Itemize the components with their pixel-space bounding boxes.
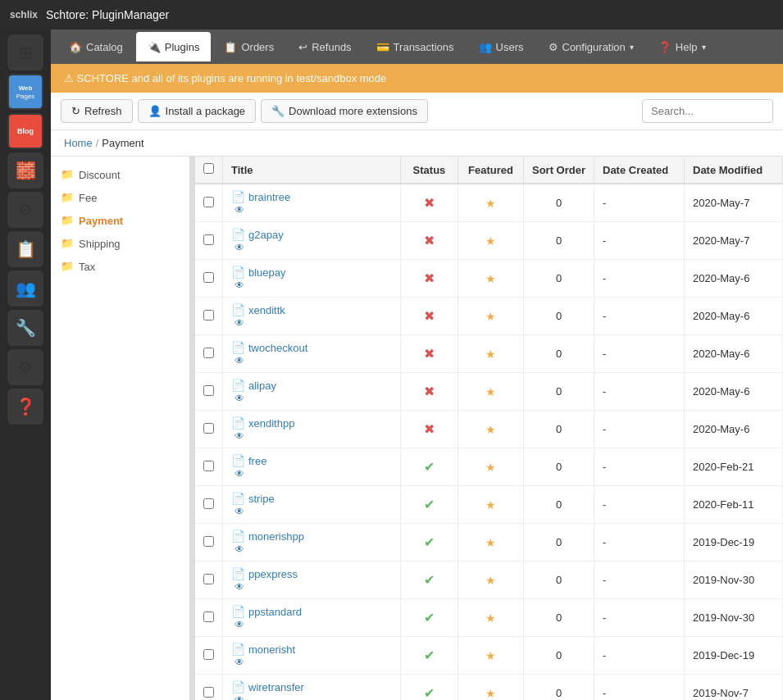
featured-star-icon[interactable]: ★ — [485, 649, 496, 662]
eye-icon[interactable]: 👁 — [234, 543, 244, 555]
sidebar-icon-macro[interactable]: ⚙ — [7, 192, 43, 228]
row-checkbox-cell[interactable] — [195, 260, 223, 298]
eye-icon[interactable]: 👁 — [234, 506, 244, 517]
status-cell[interactable]: ✖ — [400, 260, 458, 298]
plugin-link[interactable]: 📄 xendithpp — [231, 416, 392, 430]
row-checkbox-cell[interactable] — [195, 524, 223, 561]
status-cell[interactable]: ✔ — [400, 675, 458, 701]
featured-star-icon[interactable]: ★ — [485, 498, 496, 511]
row-checkbox[interactable] — [203, 498, 214, 509]
row-checkbox-cell[interactable] — [195, 599, 223, 637]
tab-users[interactable]: 👥 Users — [467, 32, 535, 61]
sidebar-icon-blocks[interactable]: 🧱 — [7, 152, 43, 189]
featured-cell[interactable]: ★ — [458, 524, 523, 561]
row-checkbox[interactable] — [203, 611, 214, 622]
row-checkbox-cell[interactable] — [195, 675, 223, 701]
category-discount[interactable]: 📁 Discount — [51, 163, 189, 186]
tab-refunds[interactable]: ↩ Refunds — [287, 32, 362, 61]
plugin-link[interactable]: 📄 monerishpp — [231, 530, 392, 543]
featured-star-icon[interactable]: ★ — [485, 385, 496, 398]
featured-cell[interactable]: ★ — [458, 184, 523, 222]
tab-catalog[interactable]: 🏠 Catalog — [57, 32, 134, 61]
featured-star-icon[interactable]: ★ — [485, 461, 496, 474]
plugin-link[interactable]: 📄 free — [231, 454, 392, 467]
status-cell[interactable]: ✔ — [400, 448, 458, 486]
row-checkbox-cell[interactable] — [195, 373, 223, 411]
featured-cell[interactable]: ★ — [458, 298, 523, 335]
eye-icon[interactable]: 👁 — [234, 581, 244, 593]
row-checkbox[interactable] — [203, 687, 214, 698]
status-cell[interactable]: ✔ — [400, 637, 458, 675]
row-checkbox[interactable] — [203, 310, 214, 320]
col-select-all[interactable] — [195, 157, 223, 184]
category-payment[interactable]: 📁 Payment — [51, 209, 189, 232]
sidebar-icon-grid[interactable]: ⊞ — [7, 34, 43, 70]
category-fee[interactable]: 📁 Fee — [51, 186, 189, 209]
eye-icon[interactable]: 👁 — [234, 694, 244, 700]
featured-star-icon[interactable]: ★ — [485, 536, 496, 549]
category-shipping[interactable]: 📁 Shipping — [51, 232, 189, 255]
plugin-link[interactable]: 📄 braintree — [231, 190, 392, 203]
featured-cell[interactable]: ★ — [458, 675, 523, 701]
featured-cell[interactable]: ★ — [458, 448, 523, 486]
featured-cell[interactable]: ★ — [458, 335, 523, 373]
featured-star-icon[interactable]: ★ — [485, 272, 496, 285]
row-checkbox[interactable] — [203, 272, 214, 283]
row-checkbox-cell[interactable] — [195, 335, 223, 373]
row-checkbox-cell[interactable] — [195, 411, 223, 448]
featured-cell[interactable]: ★ — [458, 561, 523, 599]
eye-icon[interactable]: 👁 — [234, 657, 244, 668]
status-cell[interactable]: ✔ — [400, 486, 458, 524]
row-checkbox-cell[interactable] — [195, 222, 223, 260]
row-checkbox-cell[interactable] — [195, 298, 223, 335]
row-checkbox-cell[interactable] — [195, 637, 223, 675]
row-checkbox[interactable] — [203, 197, 214, 207]
featured-star-icon[interactable]: ★ — [485, 348, 496, 361]
status-cell[interactable]: ✖ — [400, 184, 458, 222]
eye-icon[interactable]: 👁 — [234, 280, 244, 291]
row-checkbox-cell[interactable] — [195, 561, 223, 599]
sidebar-icon-help[interactable]: ❓ — [7, 389, 43, 425]
featured-star-icon[interactable]: ★ — [485, 310, 496, 323]
plugin-link[interactable]: 📄 alipay — [231, 379, 392, 392]
featured-cell[interactable]: ★ — [458, 637, 523, 675]
tab-plugins[interactable]: 🔌 Plugins — [136, 32, 212, 61]
plugin-link[interactable]: 📄 stripe — [231, 492, 392, 505]
featured-star-icon[interactable]: ★ — [485, 423, 496, 436]
eye-icon[interactable]: 👁 — [234, 619, 244, 630]
row-checkbox-cell[interactable] — [195, 448, 223, 486]
row-checkbox[interactable] — [203, 348, 214, 358]
status-cell[interactable]: ✔ — [400, 561, 458, 599]
sidebar-icon-people[interactable]: 👥 — [7, 270, 43, 307]
row-checkbox-cell[interactable] — [195, 184, 223, 222]
tab-help[interactable]: ❓ Help ▾ — [647, 32, 717, 61]
refresh-button[interactable]: ↻ Refresh — [61, 99, 133, 123]
plugin-link[interactable]: 📄 twocheckout — [231, 341, 392, 354]
row-checkbox[interactable] — [203, 649, 214, 660]
featured-star-icon[interactable]: ★ — [485, 234, 496, 248]
row-checkbox[interactable] — [203, 461, 214, 471]
tab-orders[interactable]: 📋 Orders — [212, 32, 285, 61]
eye-icon[interactable]: 👁 — [234, 242, 244, 253]
row-checkbox-cell[interactable] — [195, 486, 223, 524]
status-cell[interactable]: ✖ — [400, 411, 458, 448]
sidebar-icon-menu[interactable]: 📋 — [7, 231, 43, 267]
plugin-link[interactable]: 📄 xendittk — [231, 303, 392, 316]
eye-icon[interactable]: 👁 — [234, 468, 244, 480]
eye-icon[interactable]: 👁 — [234, 204, 244, 216]
category-tax[interactable]: 📁 Tax — [51, 255, 189, 278]
plugin-link[interactable]: 📄 ppexpress — [231, 567, 392, 580]
featured-cell[interactable]: ★ — [458, 411, 523, 448]
install-package-button[interactable]: 👤 Install a package — [138, 99, 257, 123]
eye-icon[interactable]: 👁 — [234, 430, 244, 442]
row-checkbox[interactable] — [203, 536, 214, 547]
status-cell[interactable]: ✔ — [400, 599, 458, 637]
featured-cell[interactable]: ★ — [458, 260, 523, 298]
eye-icon[interactable]: 👁 — [234, 355, 244, 366]
featured-cell[interactable]: ★ — [458, 599, 523, 637]
row-checkbox[interactable] — [203, 385, 214, 396]
plugin-link[interactable]: 📄 g2apay — [231, 228, 392, 241]
featured-star-icon[interactable]: ★ — [485, 574, 496, 587]
eye-icon[interactable]: 👁 — [234, 317, 244, 329]
row-checkbox[interactable] — [203, 574, 214, 584]
